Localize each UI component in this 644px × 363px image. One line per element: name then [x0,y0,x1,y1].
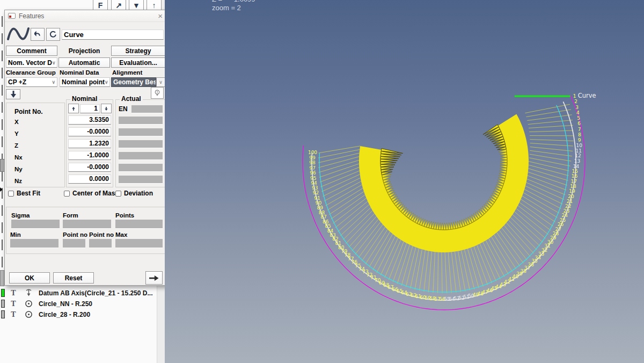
svg-text:100: 100 [308,150,317,155]
checkbox-icon[interactable] [8,191,14,197]
min-point-no-label: Point no [63,231,87,238]
projection-label: Projection [58,47,110,55]
close-icon[interactable]: × [158,12,163,20]
tolerance-icon: T [9,289,18,297]
point-no-input[interactable]: 1 [80,104,100,113]
svg-text:10: 10 [576,143,582,148]
min-value [10,239,58,248]
svg-text:88: 88 [319,210,325,215]
actual-nz-value [119,176,163,183]
alignment-dropdown-chevron[interactable]: ∨ [156,77,165,87]
ok-button[interactable]: OK [9,272,50,284]
strategy-button[interactable]: Strategy [111,46,165,56]
best-fit-label: Best Fit [17,190,40,197]
max-label: Max [115,231,127,238]
app-icon [8,13,16,19]
center-of-mass-label: Center of Mass [72,190,119,197]
transfer-down-icon[interactable] [6,89,20,99]
status-indicator [1,289,5,297]
svg-text:93: 93 [312,185,318,191]
svg-text:11: 11 [576,148,582,154]
svg-text:1: 1 [573,93,576,99]
svg-text:94: 94 [311,180,317,186]
svg-text:Curve: Curve [578,92,596,99]
actual-ny-value [119,164,163,171]
svg-text:6: 6 [577,121,581,126]
points-value [115,220,163,228]
point-down-icon[interactable] [101,104,112,113]
list-item-circle-nn[interactable]: T Circle_NN - R.250 [0,299,157,309]
svg-text:89: 89 [317,205,324,210]
nominal-data-dropdown[interactable]: Nominal point ∨ [60,77,110,87]
arc-icon[interactable] [46,28,60,41]
points-label: Points [115,212,134,219]
best-fit-checkbox[interactable]: Best Fit [8,190,40,197]
nominal-legend: Nominal [70,95,99,103]
svg-text:8: 8 [578,132,581,137]
max-point-no-value [89,239,112,248]
center-of-mass-checkbox[interactable]: Center of Mass [64,190,119,197]
actual-nx-value [119,152,163,159]
list-item-datum-ab-axis[interactable]: T Datum AB Axis(Circle_21 - 15.250 D... [0,288,157,298]
lightbulb-icon[interactable] [151,87,164,99]
circle-icon [24,310,33,319]
svg-text:4: 4 [576,110,580,115]
point-up-icon[interactable] [68,104,79,113]
curve-scene[interactable]: 1234567891011121314151617181920212223242… [165,0,644,363]
actual-legend: Actual [120,95,143,103]
caret-icon [0,187,3,192]
svg-text:97: 97 [310,165,316,171]
alignment-dropdown[interactable]: Geometry Bes [111,77,156,87]
min-point-no-value [63,239,85,248]
coord-label-nx: Nx [14,154,23,161]
sigma-label: Sigma [11,212,30,219]
svg-text:91: 91 [314,195,320,201]
checkbox-icon[interactable] [115,191,121,197]
automatic-button[interactable]: Automatic [58,57,110,68]
nominal-nx-input[interactable]: -1.0000 [68,151,111,160]
svg-text:5: 5 [577,115,580,121]
chevron-down-icon: ∨ [105,79,108,85]
nominal-ny-input[interactable]: -0.0000 [68,163,111,172]
svg-text:2: 2 [574,99,577,104]
nominal-nz-input[interactable]: 0.0000 [68,175,111,184]
nominal-x-input[interactable]: 3.5350 [68,115,111,125]
undo-icon[interactable] [31,28,45,41]
max-value [115,239,163,248]
dialog-titlebar[interactable]: Features × [5,10,166,22]
svg-text:95: 95 [310,176,316,181]
tolerance-icon: T [9,310,18,319]
viewport-3d[interactable]: Z = 1.0099 zoom = 2 12345678910111213141… [165,0,644,363]
evaluation-button[interactable]: Evaluation... [111,57,165,68]
sigma-value [11,220,60,228]
max-point-no-label: Point no [89,231,114,238]
svg-text:12: 12 [575,153,581,158]
alignment-label: Alignment [112,69,142,76]
status-indicator [1,310,5,318]
nominal-y-input[interactable]: -0.0000 [68,127,111,136]
list-item-label: Circle_28 - R.200 [39,311,90,318]
clearance-group-dropdown[interactable]: CP +Z ∨ [6,77,57,87]
feature-name-input[interactable]: Curve [62,30,164,40]
coord-label-y: Y [14,130,19,137]
nominal-z-input[interactable]: 1.2320 [68,139,111,148]
svg-text:13: 13 [574,158,580,164]
checkbox-icon[interactable] [64,191,70,197]
chevron-down-icon: ∨ [52,60,56,66]
deviation-checkbox[interactable]: Deviation [115,190,153,197]
status-indicator [1,300,5,308]
background-list-selection [0,270,4,286]
svg-text:87: 87 [320,214,326,220]
list-item-label: Datum AB Axis(Circle_21 - 15.250 D... [39,289,153,297]
comment-button[interactable]: Comment [6,46,57,56]
left-panel: F ↗ ▼ ↑ Features × Curve Comme [0,0,165,363]
next-arrow-icon[interactable] [145,271,163,285]
list-item-circle-28[interactable]: T Circle_28 - R.200 [0,309,157,320]
actual-en-value [131,105,163,113]
background-list-edge [2,16,3,285]
tolerance-icon: T [9,300,18,308]
nominal-vector-dropdown[interactable]: Nom. Vector D ∨ [6,57,57,68]
reset-button[interactable]: Reset [53,272,94,284]
svg-text:86: 86 [323,219,329,224]
svg-text:9: 9 [578,137,581,143]
